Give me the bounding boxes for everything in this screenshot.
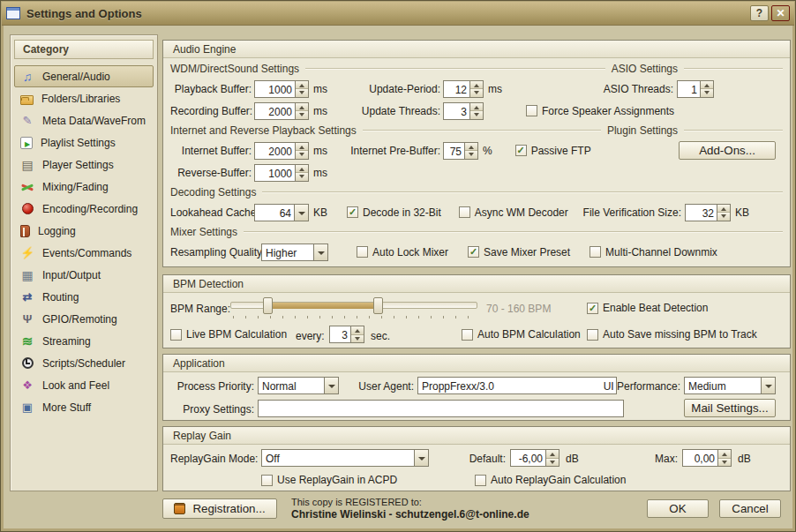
dropdown-arrow-icon[interactable]	[313, 244, 327, 260]
spinner-value: 3	[330, 326, 350, 342]
process-priority-combobox[interactable]: Normal	[258, 377, 339, 394]
titlebar[interactable]: Settings and Options ? ✕	[2, 2, 794, 26]
spin-up-icon[interactable]	[546, 450, 559, 458]
spin-down-icon[interactable]	[701, 88, 713, 97]
sidebar-item-label: General/Audio	[42, 71, 110, 83]
dropdown-arrow-icon[interactable]	[414, 450, 428, 466]
resampling-quality-combobox[interactable]: Higher	[261, 244, 328, 261]
multichannel-downmix-checkbox[interactable]: Multi-Channel Downmix	[589, 246, 717, 259]
dropdown-arrow-icon[interactable]	[761, 378, 775, 393]
cancel-button[interactable]: Cancel	[719, 499, 781, 518]
checkbox-label: Async WM Decoder	[475, 206, 568, 219]
slider-thumb-low[interactable]	[263, 297, 273, 314]
user-agent-input[interactable]: ProppFrexx/3.0	[417, 377, 617, 394]
asio-threads-spinner[interactable]: 1	[677, 80, 714, 98]
update-threads-spinner[interactable]: 3	[443, 102, 484, 120]
auto-save-bpm-checkbox[interactable]: Auto Save missing BPM to Track	[587, 328, 757, 341]
sidebar-item-playlist-settings[interactable]: Playlist Settings	[14, 131, 154, 154]
sidebar-item-input-output[interactable]: Input/Output	[14, 264, 154, 286]
slider-selected-range	[267, 303, 379, 309]
spin-up-icon[interactable]	[465, 143, 477, 151]
sidebar-item-streaming[interactable]: Streaming	[14, 330, 154, 352]
auto-lock-mixer-checkbox[interactable]: Auto Lock Mixer	[357, 246, 448, 259]
reverse-buffer-spinner[interactable]: 1000	[254, 164, 309, 182]
spin-up-icon[interactable]	[701, 81, 713, 89]
force-speaker-assignments-checkbox[interactable]: Force Speaker Assignments	[526, 105, 674, 117]
internet-prebuffer-spinner[interactable]: 75	[443, 142, 478, 160]
sidebar-item-logging[interactable]: Logging	[14, 220, 154, 242]
sidebar-item-more-stuff[interactable]: More Stuff	[14, 396, 154, 418]
save-mixer-preset-checkbox[interactable]: ✓ Save Mixer Preset	[468, 246, 570, 259]
bpm-range-label: BPM Range:	[170, 303, 230, 315]
spin-down-icon[interactable]	[718, 458, 731, 467]
playback-buffer-spinner[interactable]: 1000	[254, 80, 309, 98]
spin-down-icon[interactable]	[470, 110, 483, 119]
internet-buffer-spinner[interactable]: 2000	[254, 142, 309, 160]
spin-up-icon[interactable]	[470, 81, 483, 89]
auto-replaygain-calculation-checkbox[interactable]: Auto ReplayGain Calculation	[475, 474, 626, 486]
spin-up-icon[interactable]	[296, 103, 308, 111]
ui-performance-combobox[interactable]: Medium	[684, 377, 776, 394]
sidebar-item-mixing-fading[interactable]: Mixing/Fading	[14, 176, 154, 198]
passive-ftp-checkbox[interactable]: ✓ Passive FTP	[515, 145, 591, 157]
registration-button[interactable]: Registration...	[162, 498, 277, 519]
mail-settings-button[interactable]: Mail Settings...	[684, 399, 776, 417]
group-header: BPM Detection	[163, 275, 790, 293]
sidebar-item-folders-libraries[interactable]: Folders/Libraries	[14, 87, 154, 109]
recording-buffer-spinner[interactable]: 2000	[254, 102, 309, 120]
spinner-value: 32	[686, 205, 717, 221]
live-bpm-interval-spinner[interactable]: 3	[329, 326, 364, 343]
spinner-value: 1000	[255, 165, 295, 181]
decode-32bit-checkbox[interactable]: ✓ Decode in 32-Bit	[347, 206, 441, 219]
update-period-spinner[interactable]: 12	[443, 80, 484, 98]
sidebar-item-routing[interactable]: Routing	[14, 286, 154, 308]
spin-up-icon[interactable]	[718, 450, 731, 458]
spin-up-icon[interactable]	[296, 165, 308, 173]
sidebar-item-encoding-recording[interactable]: Encoding/Recording	[14, 198, 154, 220]
spin-down-icon[interactable]	[296, 172, 308, 181]
sidebar-item-look-and-feel[interactable]: Look and Feel	[14, 374, 154, 396]
slider-thumb-high[interactable]	[373, 297, 383, 314]
sidebar-item-meta-data[interactable]: Meta Data/WaveFrom	[14, 109, 154, 131]
default-gain-spinner[interactable]: -6,00	[510, 449, 559, 467]
spin-up-icon[interactable]	[470, 103, 483, 111]
max-gain-spinner[interactable]: 0,00	[682, 449, 732, 467]
help-button[interactable]: ?	[750, 5, 769, 21]
lookahead-cache-combobox[interactable]: 64	[254, 204, 309, 221]
divider	[244, 231, 783, 233]
spin-up-icon[interactable]	[296, 143, 308, 151]
spin-down-icon[interactable]	[717, 212, 730, 221]
spin-up-icon[interactable]	[351, 326, 364, 334]
bpm-range-slider[interactable]	[230, 297, 477, 320]
spin-down-icon[interactable]	[546, 458, 559, 467]
enable-beat-detection-checkbox[interactable]: ✓ Enable Beat Detection	[587, 302, 708, 314]
spin-up-icon[interactable]	[296, 81, 308, 89]
spin-up-icon[interactable]	[717, 205, 730, 213]
sidebar-item-gpio-remoting[interactable]: GPIO/Remoting	[14, 308, 154, 330]
spin-down-icon[interactable]	[470, 88, 483, 97]
checkbox-label: Passive FTP	[531, 145, 591, 157]
use-replaygain-acpd-checkbox[interactable]: Use ReplayGain in ACPD	[261, 474, 397, 486]
live-bpm-calculation-checkbox[interactable]: Live BPM Calculation	[170, 328, 287, 341]
sidebar-item-player-settings[interactable]: Player Settings	[14, 154, 154, 176]
spin-down-icon[interactable]	[296, 110, 308, 119]
spin-down-icon[interactable]	[296, 88, 308, 97]
replaygain-mode-combobox[interactable]: Off	[261, 449, 429, 467]
slider-ticks	[233, 316, 475, 318]
close-button[interactable]: ✕	[771, 5, 790, 21]
add-ons-button[interactable]: Add-Ons...	[679, 141, 776, 160]
ok-button[interactable]: OK	[647, 499, 709, 518]
sidebar-item-scripts-scheduler[interactable]: Scripts/Scheduler	[14, 352, 154, 374]
auto-bpm-calculation-checkbox[interactable]: Auto BPM Calculation	[462, 328, 581, 341]
sidebar-item-general-audio[interactable]: General/Audio	[14, 65, 154, 87]
sidebar-item-events-commands[interactable]: Events/Commands	[14, 242, 154, 264]
dropdown-arrow-icon[interactable]	[324, 378, 338, 393]
spinner-value: 2000	[255, 143, 295, 159]
proxy-settings-input[interactable]	[258, 400, 624, 417]
spin-down-icon[interactable]	[465, 150, 477, 159]
file-verification-spinner[interactable]: 32	[685, 204, 731, 221]
dropdown-arrow-icon[interactable]	[294, 205, 308, 221]
spin-down-icon[interactable]	[351, 334, 364, 343]
spin-down-icon[interactable]	[296, 150, 308, 159]
async-wm-decoder-checkbox[interactable]: Async WM Decoder	[459, 206, 568, 219]
